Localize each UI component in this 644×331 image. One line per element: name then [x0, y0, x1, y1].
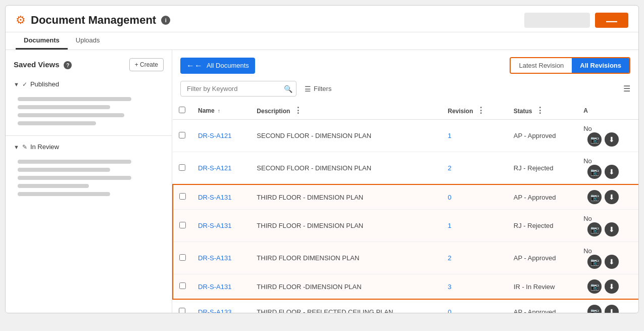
camera-icon[interactable]: 📷: [587, 190, 602, 204]
sidebar-line: [18, 168, 110, 172]
info-icon[interactable]: i: [161, 16, 170, 25]
row-description: SECOND FLOOR - DIMENSION PLAN: [251, 120, 441, 152]
camera-icon[interactable]: 📷: [587, 255, 602, 269]
column-description: Description ⋮: [251, 102, 441, 120]
doc-id-link[interactable]: DR-S-A121: [198, 164, 231, 172]
camera-icon[interactable]: 📷: [587, 305, 602, 313]
row-description: THIRD FLOOR - REFLECTED CEILING PLAN: [251, 299, 441, 313]
search-icon-button[interactable]: 🔍: [284, 85, 292, 93]
filter-keyword-input[interactable]: [180, 81, 296, 97]
sidebar-line: [18, 105, 110, 109]
row-revision: 2: [442, 242, 508, 274]
back-button[interactable]: ←← All Documents: [180, 58, 255, 74]
row-actions: 📷 ⬇: [587, 190, 632, 204]
row-checkbox[interactable]: [179, 222, 186, 228]
revision-link[interactable]: 2: [448, 254, 452, 262]
row-description: SECOND FLOOR - DIMENSION PLAN: [251, 152, 441, 185]
revision-link[interactable]: 3: [448, 283, 452, 291]
sidebar-section-published-header[interactable]: ▼ ✓ Published: [6, 77, 172, 91]
row-checkbox[interactable]: [179, 164, 185, 171]
filter-input-wrapper: 🔍: [180, 81, 296, 97]
inreview-label: In Review: [30, 143, 59, 151]
revision-more-icon[interactable]: ⋮: [475, 106, 487, 115]
revision-link[interactable]: 1: [448, 132, 452, 139]
column-name[interactable]: Name ↑: [192, 102, 251, 120]
doc-id-link[interactable]: DR-S-A131: [198, 254, 231, 262]
row-revision: 0: [442, 184, 508, 210]
row-description: THIRD FLOOR - DIMENSION PLAN: [251, 184, 441, 210]
camera-icon[interactable]: 📷: [587, 165, 602, 179]
download-icon[interactable]: ⬇: [605, 279, 619, 294]
create-button[interactable]: + Create: [129, 58, 164, 71]
filters-button[interactable]: ☰ Filters: [305, 85, 331, 93]
revision-link[interactable]: 0: [448, 194, 452, 201]
published-items: [6, 91, 172, 131]
row-extra-value: No: [583, 157, 592, 165]
revision-toggle: Latest Revision All Revisions: [510, 57, 630, 74]
download-icon[interactable]: ⬇: [605, 190, 619, 204]
doc-id-link[interactable]: DR-S-A131: [198, 222, 231, 229]
doc-id-link[interactable]: DR-S-A131: [198, 283, 231, 291]
all-revisions-button[interactable]: All Revisions: [572, 58, 629, 73]
camera-icon[interactable]: 📷: [587, 279, 602, 294]
row-checkbox[interactable]: [179, 308, 185, 313]
description-more-icon[interactable]: ⋮: [292, 106, 304, 115]
download-icon[interactable]: ⬇: [605, 255, 619, 269]
doc-id-link[interactable]: DR-S-A121: [198, 132, 231, 139]
row-actions: 📷 ⬇: [587, 165, 632, 179]
row-status: AP - Approved: [508, 299, 577, 313]
row-actions: 📷 ⬇: [587, 255, 632, 269]
select-all-checkbox[interactable]: [179, 107, 185, 113]
tabs-bar: Documents Uploads: [6, 32, 638, 50]
revision-link[interactable]: 2: [448, 164, 452, 172]
sidebar-line: [18, 121, 96, 125]
main-toolbar: ←← All Documents Latest Revision All Rev…: [172, 50, 638, 81]
download-icon[interactable]: ⬇: [605, 305, 619, 313]
row-checkbox[interactable]: [179, 282, 186, 289]
download-icon[interactable]: ⬇: [605, 165, 619, 179]
filter-lines-icon: ☰: [305, 85, 311, 93]
row-extra-value: No: [583, 125, 592, 132]
column-status: Status ⋮: [508, 102, 577, 120]
row-extra: 📷 ⬇: [577, 299, 638, 313]
row-doc-id: DR-S-A133: [192, 299, 251, 313]
column-revision: Revision ⋮: [442, 102, 508, 120]
column-adjust-icon[interactable]: ☰: [623, 84, 630, 93]
camera-icon[interactable]: 📷: [587, 222, 602, 237]
row-checkbox[interactable]: [179, 132, 185, 138]
revision-link[interactable]: 1: [448, 222, 452, 229]
pencil-icon: ✎: [22, 144, 27, 151]
header-search-box: [524, 13, 590, 28]
table-row: DR-S-A121 SECOND FLOOR - DIMENSION PLAN …: [173, 120, 638, 152]
row-status: AP - Approved: [508, 242, 577, 274]
doc-id-link[interactable]: DR-S-A131: [198, 194, 231, 201]
status-more-icon[interactable]: ⋮: [534, 106, 546, 115]
sidebar: Saved Views ? + Create ▼ ✓ Published: [6, 50, 172, 313]
camera-icon[interactable]: 📷: [587, 132, 602, 147]
download-icon[interactable]: ⬇: [605, 132, 619, 147]
back-button-label: All Documents: [207, 62, 249, 69]
row-doc-id: DR-S-A121: [192, 120, 251, 152]
doc-id-link[interactable]: DR-S-A133: [198, 308, 231, 313]
row-actions: 📷 ⬇: [587, 132, 632, 147]
sidebar-divider: [6, 135, 172, 136]
row-checkbox[interactable]: [179, 254, 186, 261]
header-action-button[interactable]: —: [595, 13, 628, 28]
back-arrow-icon: ←←: [186, 61, 203, 70]
row-status: AP - Approved: [508, 184, 577, 210]
row-description: THIRD FLOOR - DIMENSION PLAN: [251, 210, 441, 242]
chevron-down-icon-2: ▼: [14, 144, 19, 150]
download-icon[interactable]: ⬇: [605, 222, 619, 237]
row-checkbox-cell: [173, 299, 192, 313]
row-description: THIRD FLOOR -DIMENSION PLAN: [251, 274, 441, 300]
check-icon: ✓: [22, 81, 27, 88]
row-checkbox[interactable]: [179, 193, 186, 200]
saved-views-info-icon[interactable]: ?: [64, 61, 72, 69]
latest-revision-button[interactable]: Latest Revision: [511, 58, 572, 73]
row-checkbox-cell: [173, 242, 192, 274]
sidebar-section-inreview-header[interactable]: ▼ ✎ In Review: [6, 140, 172, 154]
row-doc-id: DR-S-A131: [192, 210, 251, 242]
revision-link[interactable]: 0: [448, 308, 452, 313]
tab-documents[interactable]: Documents: [16, 32, 68, 50]
tab-uploads[interactable]: Uploads: [68, 32, 108, 50]
